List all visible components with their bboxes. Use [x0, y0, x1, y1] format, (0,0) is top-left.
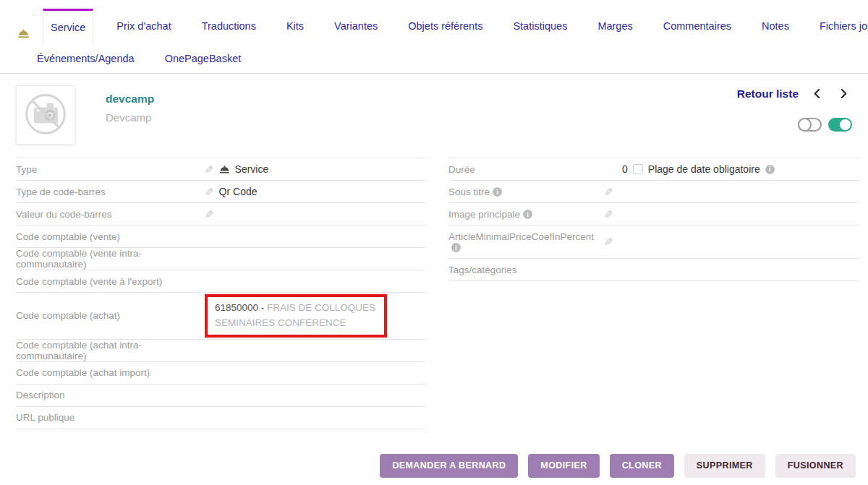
field-row-url-publique: URL publique	[16, 407, 425, 429]
tabs-row-2: Événements/Agenda OnePageBasket	[22, 43, 868, 73]
edit-pencil-icon[interactable]: ✎	[205, 209, 214, 220]
field-row-code-vente-export: Code comptable (vente à l'export)	[16, 270, 425, 293]
tab-commentaires[interactable]: Commentaires	[656, 9, 739, 43]
product-title: devcamp	[106, 93, 154, 106]
field-row-code-vente-intra: Code comptable (vente intra-communautair…	[16, 248, 425, 270]
field-row-barcode-type: Type de code-barres ✎ Qr Code	[16, 181, 425, 203]
no-photo-icon	[21, 89, 70, 141]
info-icon[interactable]: i	[493, 187, 502, 197]
checkbox-label: Plage de date obligatoire	[648, 163, 760, 175]
field-value: Service	[235, 163, 269, 175]
field-column-left: Type ✎ Service Type de code-barres ✎ Qr …	[16, 158, 425, 429]
field-row-barcode-value: Valeur du code-barres ✎	[16, 203, 425, 226]
toggle-switch-off[interactable]	[798, 118, 822, 132]
field-label: Image principalei	[448, 209, 604, 220]
field-label: URL publique	[16, 412, 205, 423]
edit-pencil-icon[interactable]: ✎	[604, 186, 613, 197]
edit-pencil-icon[interactable]: ✎	[604, 236, 613, 247]
date-range-checkbox[interactable]	[633, 164, 643, 174]
product-subtitle: Devcamp	[106, 111, 154, 124]
tab-variantes[interactable]: Variantes	[327, 9, 385, 43]
field-label: Code comptable (achat)	[16, 310, 205, 321]
header-right: Retour liste	[737, 85, 852, 145]
field-row-code-achat-import: Code comptable (achat import)	[16, 362, 425, 385]
service-type-icon	[219, 164, 230, 175]
highlight-annotation-box: 61850000 - FRAIS DE COLLOQUES SEMINAIRES…	[205, 294, 387, 338]
supprimer-button[interactable]: SUPPRIMER	[684, 454, 765, 478]
field-row-code-vente: Code comptable (vente)	[16, 226, 425, 248]
field-label: Valeur du code-barres	[16, 209, 205, 220]
info-icon[interactable]: i	[451, 243, 461, 252]
action-bar: DEMANDER A BERNARD MODIFIER CLONER SUPPR…	[0, 454, 868, 478]
field-label: Code comptable (vente)	[16, 231, 205, 242]
product-image-placeholder	[16, 85, 75, 145]
field-label: Description	[16, 390, 205, 400]
tab-statistiques[interactable]: Statistiques	[506, 9, 574, 43]
field-label: Type	[16, 164, 205, 175]
modifier-button[interactable]: MODIFIER	[528, 454, 599, 478]
field-row-description: Description	[16, 385, 425, 407]
product-titles: devcamp Devcamp	[106, 93, 154, 145]
field-label: Code comptable (vente à l'export)	[16, 276, 205, 287]
tab-marges[interactable]: Marges	[590, 9, 639, 43]
edit-pencil-icon[interactable]: ✎	[205, 186, 214, 197]
duree-value: 0	[622, 163, 628, 175]
field-row-image-principale: Image principalei ✎	[448, 203, 859, 226]
tab-prix-dachat[interactable]: Prix d'achat	[109, 9, 178, 43]
toggle-switch-on[interactable]	[828, 118, 852, 132]
chevron-left-icon[interactable]	[809, 87, 825, 100]
field-label: Code comptable (vente intra-communautair…	[16, 248, 205, 270]
field-label: Code comptable (achat import)	[16, 367, 205, 378]
tab-fichiers-joints[interactable]: Fichiers joints	[812, 9, 868, 43]
field-label: Durée	[448, 164, 604, 175]
field-label: Tags/catégories	[448, 265, 604, 275]
field-row-tags-categories: Tags/catégories	[448, 259, 859, 281]
field-column-right: Durée 0 Plage de date obligatoire i Sous…	[448, 158, 859, 281]
field-grid: Type ✎ Service Type de code-barres ✎ Qr …	[0, 158, 868, 429]
info-icon[interactable]: i	[765, 165, 775, 174]
field-value: Qr Code	[219, 186, 258, 197]
tab-objets-referents[interactable]: Objets référents	[401, 9, 490, 43]
tab-kits[interactable]: Kits	[279, 9, 311, 43]
tab-service[interactable]: Service	[43, 9, 93, 43]
field-row-code-achat: Code comptable (achat) 61850000 - FRAIS …	[16, 293, 425, 340]
tab-notes[interactable]: Notes	[754, 9, 796, 43]
chevron-right-icon[interactable]	[835, 87, 852, 100]
edit-pencil-icon[interactable]: ✎	[604, 209, 613, 220]
tabs-row-1: Service Prix d'achat Traductions Kits Va…	[35, 9, 868, 43]
field-label: Sous titrei	[448, 186, 604, 197]
service-bell-icon	[17, 27, 30, 43]
account-code-separator: -	[258, 302, 267, 313]
product-header: devcamp Devcamp Retour liste	[0, 74, 868, 149]
field-label: Code comptable (achat intra-communautair…	[16, 340, 205, 361]
field-row-sous-titre: Sous titrei ✎	[448, 181, 859, 203]
field-label: Type de code-barres	[16, 186, 205, 197]
tab-evenements-agenda[interactable]: Événements/Agenda	[30, 53, 142, 64]
cloner-button[interactable]: CLONER	[610, 454, 674, 478]
field-row-minimal-price-coef: ArticleMinimalPriceCoefInPercent i ✎	[448, 226, 859, 259]
fusionner-button[interactable]: FUSIONNER	[775, 454, 856, 478]
field-row-code-achat-intra: Code comptable (achat intra-communautair…	[16, 340, 425, 362]
demander-a-bernard-button[interactable]: DEMANDER A BERNARD	[380, 454, 518, 478]
field-row-type: Type ✎ Service	[16, 158, 425, 181]
field-label: ArticleMinimalPriceCoefInPercent i	[448, 231, 604, 253]
field-row-duree: Durée 0 Plage de date obligatoire i	[448, 158, 859, 181]
info-icon[interactable]: i	[523, 210, 532, 219]
back-to-list-link[interactable]: Retour liste	[737, 87, 799, 100]
tab-traductions[interactable]: Traductions	[195, 9, 263, 43]
tab-onepagebasket[interactable]: OnePageBasket	[158, 53, 249, 64]
account-code: 61850000	[215, 302, 258, 313]
tab-bar: Service Prix d'achat Traductions Kits Va…	[0, 9, 868, 74]
edit-pencil-icon[interactable]: ✎	[205, 164, 214, 175]
